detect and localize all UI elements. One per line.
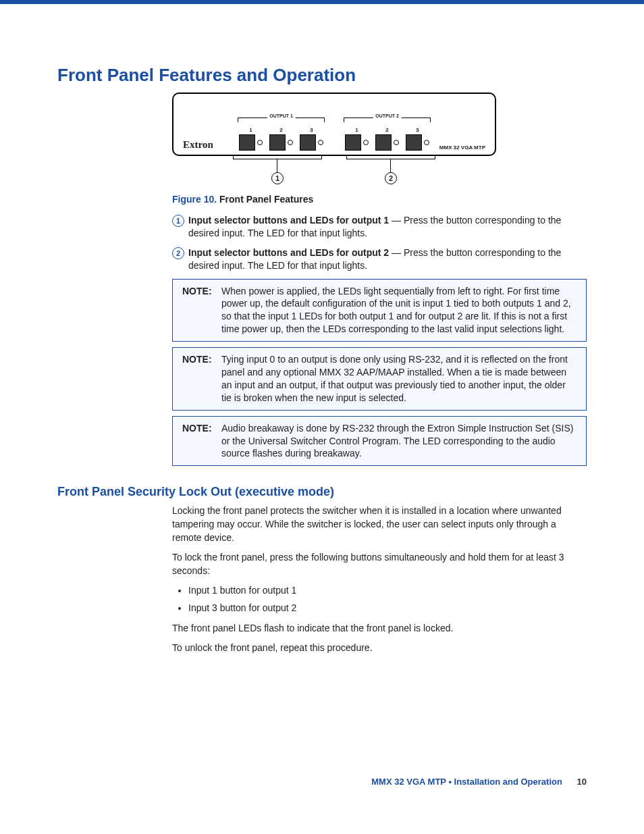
note-label: NOTE: <box>182 285 221 336</box>
input-button[interactable] <box>239 134 255 151</box>
button-unit: 2 <box>269 127 293 151</box>
callout-label-1: 1 <box>271 172 284 184</box>
button-number: 1 <box>345 127 369 133</box>
leader-line <box>277 159 277 172</box>
list-item: Input 1 button for output 1 <box>188 584 587 598</box>
note-label: NOTE: <box>182 422 221 461</box>
note-box: NOTE: When power is applied, the LEDs li… <box>172 279 587 342</box>
callout-text: Input selector buttons and LEDs for outp… <box>188 214 587 240</box>
led-icon <box>318 140 323 145</box>
page-footer: MMX 32 VGA MTP • Installation and Operat… <box>57 777 587 787</box>
button-unit: 1 <box>239 127 263 151</box>
input-button[interactable] <box>269 134 286 151</box>
figure-label: Figure 10. <box>172 194 217 205</box>
note-text: Audio breakaway is done by RS-232 throug… <box>221 422 576 461</box>
led-icon <box>394 140 399 145</box>
front-panel-diagram: Extron MMX 32 VGA MTP OUTPUT 1 1 2 <box>172 93 496 188</box>
note-text: Tying input 0 to an output is done only … <box>221 353 576 405</box>
button-number: 3 <box>300 127 323 133</box>
leader-bracket <box>233 155 322 159</box>
callout-item-2: 2 Input selector buttons and LEDs for ou… <box>172 246 587 272</box>
callout-item-1: 1 Input selector buttons and LEDs for ou… <box>172 214 587 240</box>
button-groups: OUTPUT 1 1 2 3 <box>235 118 433 152</box>
button-number: 1 <box>239 127 263 133</box>
button-row: 1 2 3 <box>345 127 429 151</box>
callout-leaders: 1 2 <box>172 155 496 188</box>
page-content: Front Panel Features and Operation Extro… <box>0 65 644 827</box>
button-unit: 3 <box>406 127 429 151</box>
led-icon <box>257 140 263 145</box>
device-panel: Extron MMX 32 VGA MTP OUTPUT 1 1 2 <box>172 93 496 156</box>
note-box: NOTE: Tying input 0 to an output is done… <box>172 347 587 411</box>
button-row: 1 2 3 <box>239 127 323 151</box>
page-number: 10 <box>577 777 587 787</box>
note-label: NOTE: <box>182 353 221 405</box>
group-bracket <box>344 118 431 122</box>
footer-title: MMX 32 VGA MTP • Installation and Operat… <box>371 777 562 787</box>
paragraph: The front panel LEDs flash to indicate t… <box>172 622 587 635</box>
callout-text: Input selector buttons and LEDs for outp… <box>188 246 587 272</box>
sub-heading: Front Panel Security Lock Out (executive… <box>57 485 587 499</box>
input-button[interactable] <box>345 134 361 151</box>
output-1-group: OUTPUT 1 1 2 3 <box>235 118 327 152</box>
callout-label-2: 2 <box>385 172 397 184</box>
note-box: NOTE: Audio breakaway is done by RS-232 … <box>172 416 587 467</box>
button-number: 2 <box>269 127 293 133</box>
list-item: Input 3 button for output 2 <box>188 602 587 615</box>
circled-number-icon: 1 <box>172 214 188 240</box>
button-unit: 3 <box>300 127 323 151</box>
led-icon <box>288 140 293 145</box>
button-number: 3 <box>406 127 429 133</box>
lockout-section: Locking the front panel protects the swi… <box>172 504 587 654</box>
group-bracket <box>238 118 325 122</box>
input-button[interactable] <box>375 134 392 151</box>
paragraph: To lock the front panel, press the follo… <box>172 551 587 577</box>
paragraph: To unlock the front panel, repeat this p… <box>172 642 587 655</box>
leader-line <box>390 159 391 172</box>
circled-number-icon: 2 <box>172 246 188 272</box>
figure-caption: Figure 10. Front Panel Features <box>172 194 587 205</box>
led-icon <box>363 140 369 145</box>
model-label: MMX 32 VGA MTP <box>439 145 485 151</box>
led-icon <box>424 140 429 145</box>
output-2-group: OUTPUT 2 1 2 3 <box>341 118 433 152</box>
figure-title: Front Panel Features <box>219 194 313 205</box>
input-button[interactable] <box>300 134 316 151</box>
top-accent-bar <box>0 0 644 4</box>
input-button[interactable] <box>406 134 422 151</box>
note-text: When power is applied, the LEDs light se… <box>221 285 576 336</box>
paragraph: Locking the front panel protects the swi… <box>172 504 587 544</box>
button-unit: 1 <box>345 127 369 151</box>
button-unit: 2 <box>375 127 399 151</box>
group-label: OUTPUT 1 <box>267 113 296 118</box>
button-number: 2 <box>375 127 399 133</box>
group-label: OUTPUT 2 <box>373 113 402 118</box>
leader-bracket <box>346 155 435 159</box>
main-heading: Front Panel Features and Operation <box>57 65 587 86</box>
brand-label: Extron <box>183 139 213 151</box>
bullet-list: Input 1 button for output 1 Input 3 butt… <box>172 584 587 615</box>
